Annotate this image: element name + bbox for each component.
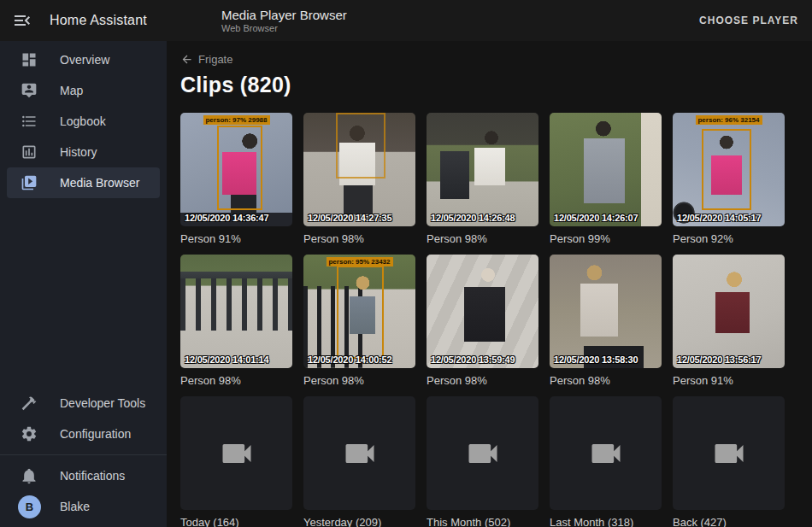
clip-thumbnail[interactable]: person: 95% 23432 12/05/2020 14:00:52 (303, 255, 415, 368)
clip-thumbnail[interactable]: person: 96% 32154 12/05/2020 14:05:17 (673, 113, 785, 226)
video-camera-icon (587, 435, 625, 472)
folder-item-yesterday[interactable]: Yesterday (209) (303, 396, 415, 527)
clip-label: Person 98% (427, 232, 538, 245)
sidebar-item-logbook[interactable]: Logbook (7, 106, 160, 137)
clip-timestamp: 12/05/2020 14:36:47 (185, 213, 268, 223)
sidebar-item-label: Developer Tools (60, 396, 145, 410)
clip-item[interactable]: 12/05/2020 13:59:49 Person 98% (427, 255, 538, 387)
clip-timestamp: 12/05/2020 14:00:52 (308, 354, 391, 365)
detection-label: person: 97% 29988 (203, 115, 269, 125)
user-name: Blake (60, 500, 90, 513)
detection-label: person: 96% 32154 (695, 115, 762, 125)
clip-item[interactable]: person: 97% 29988 12/05/2020 14:36:47 Pe… (180, 113, 292, 245)
clip-timestamp: 12/05/2020 13:56:17 (677, 354, 761, 365)
clip-item[interactable]: person: 96% 32154 12/05/2020 14:05:17 Pe… (673, 113, 785, 245)
play-box-multiple-icon (21, 174, 38, 191)
page-title-block: Media Player Browser Web Browser (221, 8, 347, 34)
folder-thumbnail[interactable] (303, 396, 415, 510)
sidebar-item-developer-tools[interactable]: Developer Tools (7, 388, 160, 419)
sidebar-item-label: Map (60, 84, 83, 97)
folder-label: Today (164) (180, 516, 292, 527)
sidebar-item-configuration[interactable]: Configuration (7, 419, 160, 449)
back-label: Frigate (198, 53, 232, 66)
sidebar-header: Home Assistant (0, 10, 167, 31)
app-title: Home Assistant (50, 13, 147, 28)
detection-box (702, 129, 751, 211)
clip-timestamp: 12/05/2020 14:26:48 (431, 213, 515, 223)
clip-timestamp: 12/05/2020 14:26:07 (554, 213, 638, 223)
page-heading: Clips (820) (180, 73, 798, 97)
clip-label: Person 98% (303, 232, 415, 245)
clip-timestamp: 12/05/2020 14:01:14 (185, 354, 268, 365)
clip-label: Person 99% (550, 232, 662, 245)
clip-label: Person 98% (180, 374, 292, 387)
clip-timestamp: 12/05/2020 14:27:35 (308, 213, 391, 223)
avatar: B (18, 495, 41, 518)
sidebar-item-label: Configuration (60, 427, 131, 441)
clip-item[interactable]: 12/05/2020 13:58:30 Person 98% (550, 255, 662, 387)
top-bar: Home Assistant Media Player Browser Web … (0, 0, 812, 41)
video-camera-icon (341, 435, 379, 472)
menu-open-icon[interactable] (12, 10, 32, 31)
page-subtitle: Web Browser (221, 23, 347, 34)
video-camera-icon (218, 435, 256, 472)
sidebar-item-media-browser[interactable]: Media Browser (7, 167, 160, 198)
folder-label: Last Month (318) (550, 516, 662, 527)
back-to-frigate-button[interactable]: Frigate (180, 53, 798, 66)
detection-box (336, 113, 385, 179)
clip-label: Person 98% (427, 374, 538, 387)
clip-item[interactable]: person: 95% 23432 12/05/2020 14:00:52 Pe… (303, 255, 415, 387)
clip-thumbnail[interactable]: person: 97% 29988 12/05/2020 14:36:47 (180, 113, 292, 226)
sidebar: Overview Map Logbook History (0, 41, 167, 527)
clip-item[interactable]: 12/05/2020 14:26:07 Person 99% (550, 113, 662, 245)
folder-thumbnail[interactable] (427, 396, 538, 510)
list-bulleted-icon (21, 113, 38, 130)
clip-item[interactable]: 12/05/2020 14:26:48 Person 98% (427, 113, 538, 245)
sidebar-item-user-profile[interactable]: B Blake (7, 491, 160, 522)
sidebar-item-label: Overview (60, 53, 109, 67)
clip-thumbnail[interactable]: 12/05/2020 14:27:35 (303, 113, 415, 226)
sidebar-item-map[interactable]: Map (7, 75, 160, 106)
detection-box (217, 126, 262, 211)
folder-item-this-month[interactable]: This Month (502) (427, 396, 538, 527)
back-arrow-icon (180, 53, 193, 66)
video-camera-icon (710, 435, 748, 472)
clip-item[interactable]: 12/05/2020 13:56:17 Person 91% (673, 255, 785, 387)
bell-icon (21, 467, 38, 484)
sidebar-divider (0, 454, 167, 455)
clip-label: Person 98% (550, 374, 662, 387)
clip-thumbnail[interactable]: 12/05/2020 13:56:17 (673, 255, 785, 368)
gear-icon (21, 425, 38, 442)
sidebar-item-label: History (60, 145, 97, 159)
media-browser-content: Frigate Clips (820) person: 97% 29988 12… (167, 41, 812, 527)
folder-label: Back (427) (673, 516, 785, 527)
folder-thumbnail[interactable] (550, 396, 662, 510)
home-assistant-window: Home Assistant Media Player Browser Web … (0, 0, 812, 527)
sidebar-item-overview[interactable]: Overview (7, 44, 160, 75)
view-dashboard-icon (21, 51, 38, 68)
clip-thumbnail[interactable]: 12/05/2020 14:26:07 (550, 113, 662, 226)
clip-thumbnail[interactable]: 12/05/2020 13:58:30 (550, 255, 662, 368)
hammer-icon (21, 395, 38, 412)
clip-timestamp: 12/05/2020 13:59:49 (431, 354, 515, 365)
clip-thumbnail[interactable]: 12/05/2020 14:01:14 (180, 255, 292, 368)
folder-thumbnail[interactable] (673, 396, 785, 510)
sidebar-item-label: Logbook (60, 114, 106, 128)
clip-timestamp: 12/05/2020 13:58:30 (554, 354, 638, 365)
folder-item-back[interactable]: Back (427) (673, 396, 785, 527)
video-camera-icon (464, 435, 502, 472)
clip-item[interactable]: 12/05/2020 14:27:35 Person 98% (303, 113, 415, 245)
folder-label: Yesterday (209) (303, 516, 415, 527)
choose-player-button[interactable]: CHOOSE PLAYER (699, 0, 798, 41)
folder-item-last-month[interactable]: Last Month (318) (550, 396, 662, 527)
chart-box-icon (21, 143, 38, 161)
clip-thumbnail[interactable]: 12/05/2020 14:26:48 (427, 113, 538, 226)
folder-thumbnail[interactable] (180, 396, 292, 510)
folder-item-today[interactable]: Today (164) (180, 396, 292, 527)
clip-label: Person 91% (180, 232, 292, 245)
clip-thumbnail[interactable]: 12/05/2020 13:59:49 (427, 255, 538, 368)
sidebar-item-history[interactable]: History (7, 137, 160, 167)
sidebar-item-notifications[interactable]: Notifications (7, 460, 160, 491)
detection-label: person: 95% 23432 (326, 257, 392, 266)
clip-item[interactable]: 12/05/2020 14:01:14 Person 98% (180, 255, 292, 387)
